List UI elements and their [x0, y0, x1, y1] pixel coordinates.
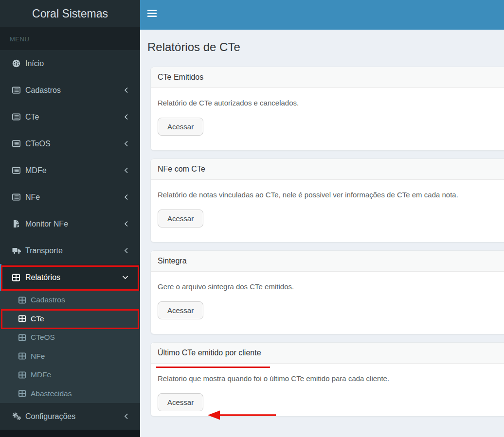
sidebar-footer-strip — [0, 430, 140, 437]
chevron-down-icon — [122, 275, 128, 280]
sidebar-item-label: Configurações — [25, 412, 75, 421]
file-plus-icon — [12, 220, 25, 228]
gears-icon — [12, 412, 25, 420]
card-ultimo-cte-por-cliente: Último CTe emitido por cliente Relatorio… — [150, 342, 504, 417]
table-icon — [18, 334, 31, 341]
relatorios-submenu: Cadastros CTe CTeOS NFe MDFe Abastecidas — [0, 291, 140, 403]
sidebar-subitem-label: MDFe — [31, 370, 51, 379]
sidebar-item-nfe[interactable]: NFe — [0, 184, 140, 210]
acessar-button-nfe-com-cte[interactable]: Acessar — [158, 210, 203, 227]
brand-label: Coral Sistemas — [32, 7, 108, 20]
menu-section-label: MENU — [0, 27, 140, 50]
sidebar-subitem-mdfe[interactable]: MDFe — [0, 366, 140, 385]
chevron-left-icon — [124, 413, 128, 420]
sidebar-item-label: CTeOS — [25, 140, 51, 148]
sidebar-subitem-abastecidas[interactable]: Abastecidas — [0, 385, 140, 403]
sidebar-item-mdfe[interactable]: MDFe — [0, 157, 140, 184]
chevron-left-icon — [124, 140, 128, 147]
hamburger-icon — [147, 10, 157, 11]
sidebar-item-inicio[interactable]: Início — [0, 50, 140, 77]
main-content: Relatórios de CTe CTe Emitidos Relatório… — [140, 0, 504, 437]
sidebar-menu: Início Cadastros CTe CTeOS MDFe NFe — [0, 50, 140, 430]
sidebar-item-label: Relatórios — [25, 273, 60, 282]
sidebar-subitem-label: NFe — [31, 352, 45, 361]
sidebar-item-label: Transporte — [25, 246, 63, 255]
table-icon — [18, 297, 31, 304]
card-title: Sintegra — [151, 251, 504, 272]
sidebar-item-label: Início — [25, 59, 44, 68]
list-icon — [12, 166, 25, 175]
sidebar-item-transporte[interactable]: Transporte — [0, 237, 140, 264]
sidebar-subitem-label: CTe — [31, 315, 44, 323]
table-icon — [12, 274, 25, 281]
card-description: Relatório de notas vinculadas ao CTe, ne… — [158, 191, 504, 199]
sidebar-item-label: Monitor NFe — [25, 220, 68, 228]
page-title: Relatórios de CTe — [147, 40, 504, 54]
table-icon — [18, 390, 31, 397]
chevron-left-icon — [124, 194, 128, 200]
chevron-left-icon — [124, 221, 128, 227]
truck-icon — [12, 247, 25, 255]
card-title: CTe Emitidos — [151, 67, 504, 88]
top-navbar — [140, 0, 504, 30]
sidebar-item-label: CTe — [25, 113, 39, 122]
sidebar-item-relatorios[interactable]: Relatórios — [0, 264, 140, 291]
sidebar-item-configuracoes[interactable]: Configurações — [0, 403, 140, 430]
sidebar-item-monitor-nfe[interactable]: Monitor NFe — [0, 210, 140, 237]
tachometer-icon — [12, 59, 25, 68]
chevron-left-icon — [124, 87, 128, 93]
sidebar-toggle-button[interactable] — [140, 0, 157, 18]
sidebar: Coral Sistemas MENU Início Cadastros CTe… — [0, 0, 140, 437]
list-icon — [12, 86, 25, 94]
sidebar-item-label: NFe — [25, 193, 40, 202]
card-cte-emitidos: CTe Emitidos Relatório de CTe autorizado… — [150, 67, 504, 151]
sidebar-item-cadastros[interactable]: Cadastros — [0, 77, 140, 104]
card-sintegra: Sintegra Gere o arquivo sintegra dos CTe… — [150, 250, 504, 334]
sidebar-subitem-cadastros[interactable]: Cadastros — [0, 291, 140, 310]
content-area: Relatórios de CTe CTe Emitidos Relatório… — [140, 40, 504, 417]
sidebar-subitem-cte[interactable]: CTe — [0, 310, 140, 329]
card-description: Gere o arquivo sintegra dos CTe emitidos… — [158, 282, 504, 291]
acessar-button-cte-emitidos[interactable]: Acessar — [158, 118, 203, 136]
sidebar-item-label: MDFe — [25, 166, 47, 175]
sidebar-item-cte[interactable]: CTe — [0, 104, 140, 130]
list-icon — [12, 140, 25, 148]
sidebar-subitem-cteos[interactable]: CTeOS — [0, 328, 140, 347]
card-description: Relatório de CTe autorizados e cancelado… — [158, 99, 504, 107]
card-description: Relatorio que mostra quando foi o último… — [158, 374, 504, 383]
list-icon — [12, 113, 25, 121]
brand[interactable]: Coral Sistemas — [0, 0, 140, 27]
table-icon — [18, 352, 31, 360]
sidebar-item-label: Cadastros — [25, 86, 61, 95]
sidebar-subitem-nfe[interactable]: NFe — [0, 347, 140, 366]
chevron-left-icon — [124, 114, 128, 120]
table-icon — [18, 371, 31, 379]
sidebar-item-cteos[interactable]: CTeOS — [0, 130, 140, 157]
table-icon — [18, 315, 31, 322]
chevron-left-icon — [124, 247, 128, 254]
card-title: NFe com CTe — [151, 159, 504, 180]
sidebar-subitem-label: CTeOS — [31, 333, 55, 342]
card-title: Último CTe emitido por cliente — [151, 343, 504, 364]
chevron-left-icon — [124, 167, 128, 174]
acessar-button-ultimo-cte[interactable]: Acessar — [158, 393, 203, 411]
sidebar-subitem-label: Abastecidas — [31, 389, 72, 398]
sidebar-subitem-label: Cadastros — [31, 296, 65, 304]
acessar-button-sintegra[interactable]: Acessar — [158, 301, 203, 319]
card-nfe-com-cte: NFe com CTe Relatório de notas vinculada… — [150, 158, 504, 243]
list-icon — [12, 193, 25, 201]
